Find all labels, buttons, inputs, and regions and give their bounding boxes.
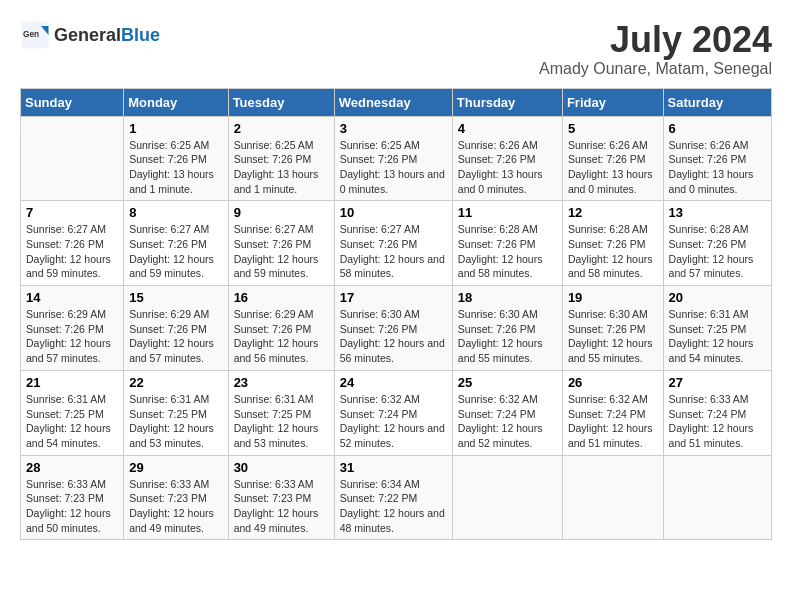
day-info: Sunrise: 6:30 AMSunset: 7:26 PMDaylight:…: [340, 307, 447, 366]
day-number: 20: [669, 290, 766, 305]
calendar-week-row: 7Sunrise: 6:27 AMSunset: 7:26 PMDaylight…: [21, 201, 772, 286]
calendar-cell: 2Sunrise: 6:25 AMSunset: 7:26 PMDaylight…: [228, 116, 334, 201]
calendar-cell: [562, 455, 663, 540]
day-number: 19: [568, 290, 658, 305]
day-number: 25: [458, 375, 557, 390]
day-info: Sunrise: 6:28 AMSunset: 7:26 PMDaylight:…: [568, 222, 658, 281]
day-number: 16: [234, 290, 329, 305]
day-info: Sunrise: 6:31 AMSunset: 7:25 PMDaylight:…: [26, 392, 118, 451]
day-number: 22: [129, 375, 222, 390]
logo-text: GeneralBlue: [54, 25, 160, 46]
calendar-cell: 21Sunrise: 6:31 AMSunset: 7:25 PMDayligh…: [21, 370, 124, 455]
day-number: 17: [340, 290, 447, 305]
calendar-cell: 22Sunrise: 6:31 AMSunset: 7:25 PMDayligh…: [124, 370, 228, 455]
logo-general: General: [54, 25, 121, 45]
calendar-cell: 8Sunrise: 6:27 AMSunset: 7:26 PMDaylight…: [124, 201, 228, 286]
calendar-cell: 15Sunrise: 6:29 AMSunset: 7:26 PMDayligh…: [124, 286, 228, 371]
calendar-cell: 26Sunrise: 6:32 AMSunset: 7:24 PMDayligh…: [562, 370, 663, 455]
calendar-cell: 28Sunrise: 6:33 AMSunset: 7:23 PMDayligh…: [21, 455, 124, 540]
calendar-cell: [21, 116, 124, 201]
calendar-cell: 20Sunrise: 6:31 AMSunset: 7:25 PMDayligh…: [663, 286, 771, 371]
header-monday: Monday: [124, 88, 228, 116]
day-number: 30: [234, 460, 329, 475]
calendar-cell: 10Sunrise: 6:27 AMSunset: 7:26 PMDayligh…: [334, 201, 452, 286]
day-number: 12: [568, 205, 658, 220]
day-info: Sunrise: 6:29 AMSunset: 7:26 PMDaylight:…: [234, 307, 329, 366]
day-info: Sunrise: 6:29 AMSunset: 7:26 PMDaylight:…: [129, 307, 222, 366]
calendar-table: SundayMondayTuesdayWednesdayThursdayFrid…: [20, 88, 772, 541]
day-number: 23: [234, 375, 329, 390]
header-friday: Friday: [562, 88, 663, 116]
day-number: 21: [26, 375, 118, 390]
day-info: Sunrise: 6:33 AMSunset: 7:24 PMDaylight:…: [669, 392, 766, 451]
calendar-cell: 5Sunrise: 6:26 AMSunset: 7:26 PMDaylight…: [562, 116, 663, 201]
day-number: 5: [568, 121, 658, 136]
day-info: Sunrise: 6:27 AMSunset: 7:26 PMDaylight:…: [129, 222, 222, 281]
day-number: 31: [340, 460, 447, 475]
header-sunday: Sunday: [21, 88, 124, 116]
logo-container: Gen GeneralBlue: [20, 20, 160, 50]
calendar-cell: 18Sunrise: 6:30 AMSunset: 7:26 PMDayligh…: [452, 286, 562, 371]
calendar-cell: 9Sunrise: 6:27 AMSunset: 7:26 PMDaylight…: [228, 201, 334, 286]
calendar-cell: 14Sunrise: 6:29 AMSunset: 7:26 PMDayligh…: [21, 286, 124, 371]
calendar-cell: 4Sunrise: 6:26 AMSunset: 7:26 PMDaylight…: [452, 116, 562, 201]
day-info: Sunrise: 6:27 AMSunset: 7:26 PMDaylight:…: [340, 222, 447, 281]
header-wednesday: Wednesday: [334, 88, 452, 116]
day-number: 1: [129, 121, 222, 136]
day-number: 27: [669, 375, 766, 390]
calendar-cell: 17Sunrise: 6:30 AMSunset: 7:26 PMDayligh…: [334, 286, 452, 371]
calendar-cell: [452, 455, 562, 540]
calendar-cell: 16Sunrise: 6:29 AMSunset: 7:26 PMDayligh…: [228, 286, 334, 371]
day-info: Sunrise: 6:33 AMSunset: 7:23 PMDaylight:…: [129, 477, 222, 536]
calendar-cell: 27Sunrise: 6:33 AMSunset: 7:24 PMDayligh…: [663, 370, 771, 455]
calendar-cell: 19Sunrise: 6:30 AMSunset: 7:26 PMDayligh…: [562, 286, 663, 371]
calendar-header-row: SundayMondayTuesdayWednesdayThursdayFrid…: [21, 88, 772, 116]
day-info: Sunrise: 6:27 AMSunset: 7:26 PMDaylight:…: [26, 222, 118, 281]
day-info: Sunrise: 6:29 AMSunset: 7:26 PMDaylight:…: [26, 307, 118, 366]
day-number: 3: [340, 121, 447, 136]
calendar-cell: [663, 455, 771, 540]
day-info: Sunrise: 6:33 AMSunset: 7:23 PMDaylight:…: [26, 477, 118, 536]
day-number: 11: [458, 205, 557, 220]
calendar-week-row: 1Sunrise: 6:25 AMSunset: 7:26 PMDaylight…: [21, 116, 772, 201]
day-number: 29: [129, 460, 222, 475]
day-info: Sunrise: 6:28 AMSunset: 7:26 PMDaylight:…: [669, 222, 766, 281]
day-number: 9: [234, 205, 329, 220]
logo-blue: Blue: [121, 25, 160, 45]
calendar-cell: 3Sunrise: 6:25 AMSunset: 7:26 PMDaylight…: [334, 116, 452, 201]
calendar-cell: 23Sunrise: 6:31 AMSunset: 7:25 PMDayligh…: [228, 370, 334, 455]
day-info: Sunrise: 6:30 AMSunset: 7:26 PMDaylight:…: [568, 307, 658, 366]
day-info: Sunrise: 6:26 AMSunset: 7:26 PMDaylight:…: [568, 138, 658, 197]
calendar-week-row: 14Sunrise: 6:29 AMSunset: 7:26 PMDayligh…: [21, 286, 772, 371]
day-info: Sunrise: 6:27 AMSunset: 7:26 PMDaylight:…: [234, 222, 329, 281]
day-info: Sunrise: 6:25 AMSunset: 7:26 PMDaylight:…: [340, 138, 447, 197]
day-info: Sunrise: 6:31 AMSunset: 7:25 PMDaylight:…: [129, 392, 222, 451]
calendar-week-row: 21Sunrise: 6:31 AMSunset: 7:25 PMDayligh…: [21, 370, 772, 455]
calendar-week-row: 28Sunrise: 6:33 AMSunset: 7:23 PMDayligh…: [21, 455, 772, 540]
calendar-cell: 25Sunrise: 6:32 AMSunset: 7:24 PMDayligh…: [452, 370, 562, 455]
day-info: Sunrise: 6:34 AMSunset: 7:22 PMDaylight:…: [340, 477, 447, 536]
day-info: Sunrise: 6:32 AMSunset: 7:24 PMDaylight:…: [568, 392, 658, 451]
page-header: Gen GeneralBlue July 2024 Amady Ounare, …: [20, 20, 772, 78]
calendar-cell: 6Sunrise: 6:26 AMSunset: 7:26 PMDaylight…: [663, 116, 771, 201]
calendar-cell: 11Sunrise: 6:28 AMSunset: 7:26 PMDayligh…: [452, 201, 562, 286]
day-number: 4: [458, 121, 557, 136]
day-info: Sunrise: 6:32 AMSunset: 7:24 PMDaylight:…: [340, 392, 447, 451]
calendar-cell: 30Sunrise: 6:33 AMSunset: 7:23 PMDayligh…: [228, 455, 334, 540]
calendar-cell: 1Sunrise: 6:25 AMSunset: 7:26 PMDaylight…: [124, 116, 228, 201]
day-number: 7: [26, 205, 118, 220]
day-info: Sunrise: 6:26 AMSunset: 7:26 PMDaylight:…: [669, 138, 766, 197]
day-number: 6: [669, 121, 766, 136]
day-number: 13: [669, 205, 766, 220]
day-number: 2: [234, 121, 329, 136]
title-area: July 2024 Amady Ounare, Matam, Senegal: [539, 20, 772, 78]
calendar-cell: 7Sunrise: 6:27 AMSunset: 7:26 PMDaylight…: [21, 201, 124, 286]
calendar-cell: 29Sunrise: 6:33 AMSunset: 7:23 PMDayligh…: [124, 455, 228, 540]
day-info: Sunrise: 6:33 AMSunset: 7:23 PMDaylight:…: [234, 477, 329, 536]
general-blue-icon: Gen: [20, 20, 50, 50]
day-info: Sunrise: 6:26 AMSunset: 7:26 PMDaylight:…: [458, 138, 557, 197]
header-tuesday: Tuesday: [228, 88, 334, 116]
svg-text:Gen: Gen: [23, 30, 39, 39]
header-thursday: Thursday: [452, 88, 562, 116]
calendar-cell: 31Sunrise: 6:34 AMSunset: 7:22 PMDayligh…: [334, 455, 452, 540]
